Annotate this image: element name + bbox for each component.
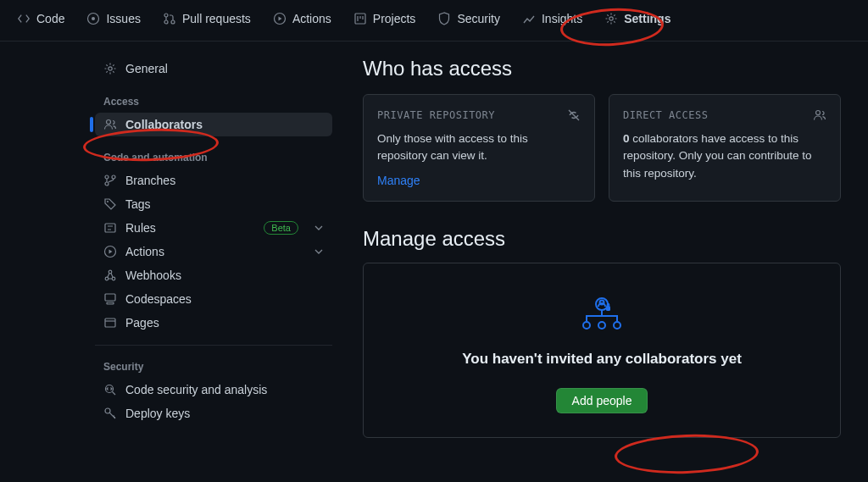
sidebar-item-deploy-keys[interactable]: Deploy keys bbox=[95, 402, 332, 425]
webhook-icon bbox=[103, 269, 117, 282]
svg-point-4 bbox=[171, 20, 175, 24]
box-title-text: DIRECT ACCESS bbox=[623, 109, 708, 121]
people-icon bbox=[813, 108, 826, 122]
manage-access-panel: You haven't invited any collaborators ye… bbox=[363, 263, 841, 438]
svg-rect-19 bbox=[105, 294, 115, 301]
svg-point-24 bbox=[816, 111, 821, 115]
collaboration-network-icon bbox=[578, 294, 626, 334]
svg-point-17 bbox=[112, 277, 115, 280]
play-icon bbox=[103, 245, 117, 258]
svg-point-18 bbox=[108, 270, 112, 274]
svg-rect-14 bbox=[105, 224, 115, 232]
sidebar-item-label: General bbox=[125, 62, 168, 75]
sidebar-item-label: Pages bbox=[125, 316, 159, 330]
sidebar-section-security: Security bbox=[103, 361, 332, 373]
codespaces-icon bbox=[103, 292, 117, 306]
sidebar-section-access: Access bbox=[103, 96, 332, 108]
box-body: Only those with access to this repositor… bbox=[377, 130, 581, 165]
svg-rect-20 bbox=[107, 302, 114, 304]
svg-point-3 bbox=[164, 20, 168, 24]
svg-rect-27 bbox=[606, 306, 610, 311]
tab-pull-requests[interactable]: Pull requests bbox=[154, 7, 259, 30]
svg-point-10 bbox=[105, 175, 108, 179]
svg-rect-21 bbox=[105, 319, 115, 327]
sidebar-item-label: Actions bbox=[125, 245, 164, 258]
svg-point-28 bbox=[583, 322, 590, 329]
code-scan-icon bbox=[103, 383, 117, 396]
sidebar-item-label: Tags bbox=[125, 197, 151, 211]
browser-icon bbox=[103, 316, 117, 330]
empty-state-message: You haven't invited any collaborators ye… bbox=[384, 351, 820, 368]
pull-request-icon bbox=[163, 12, 176, 25]
svg-point-23 bbox=[105, 408, 110, 413]
sidebar-item-collaborators[interactable]: Collaborators bbox=[95, 113, 332, 136]
play-icon bbox=[273, 12, 287, 25]
svg-point-30 bbox=[614, 322, 620, 329]
tab-insights[interactable]: Insights bbox=[514, 7, 591, 30]
key-icon bbox=[103, 407, 117, 420]
sidebar-item-label: Collaborators bbox=[125, 118, 203, 131]
sidebar-item-label: Rules bbox=[125, 221, 156, 235]
sidebar-item-pages[interactable]: Pages bbox=[95, 311, 332, 335]
svg-point-29 bbox=[598, 322, 605, 329]
sidebar-item-code-security[interactable]: Code security and analysis bbox=[95, 378, 332, 402]
svg-point-11 bbox=[105, 182, 108, 186]
chevron-down-icon bbox=[314, 247, 324, 257]
code-icon bbox=[17, 12, 31, 25]
beta-pill: Beta bbox=[264, 221, 298, 235]
add-people-button[interactable]: Add people bbox=[556, 388, 648, 413]
sidebar-item-branches[interactable]: Branches bbox=[95, 169, 332, 192]
repo-nav: Code Issues Pull requests Actions Projec… bbox=[0, 0, 868, 42]
sidebar-item-label: Webhooks bbox=[125, 269, 181, 282]
issue-icon bbox=[86, 12, 100, 25]
sidebar-item-tags[interactable]: Tags bbox=[95, 192, 332, 216]
sidebar-item-codespaces[interactable]: Codespaces bbox=[95, 287, 332, 311]
divider bbox=[95, 345, 332, 346]
gear-icon bbox=[604, 12, 618, 25]
tab-security-label: Security bbox=[457, 12, 500, 25]
svg-point-1 bbox=[92, 17, 95, 20]
main-content: Who has access PRIVATE REPOSITORY Only t… bbox=[339, 57, 868, 438]
collaborator-count: 0 bbox=[623, 132, 630, 145]
sidebar-item-webhooks[interactable]: Webhooks bbox=[95, 263, 332, 287]
sidebar-item-general[interactable]: General bbox=[95, 57, 332, 80]
tab-issues[interactable]: Issues bbox=[78, 7, 148, 30]
people-icon bbox=[103, 118, 117, 131]
svg-point-12 bbox=[112, 175, 115, 179]
tab-pr-label: Pull requests bbox=[182, 12, 251, 25]
sidebar-item-rules[interactable]: Rules Beta bbox=[95, 216, 332, 240]
svg-point-16 bbox=[105, 277, 108, 280]
box-body-rest: collaborators have access to this reposi… bbox=[623, 132, 812, 180]
page-title: Who has access bbox=[363, 57, 841, 80]
sidebar-item-label: Code security and analysis bbox=[125, 383, 267, 396]
sidebar-item-label: Deploy keys bbox=[125, 407, 190, 420]
svg-point-9 bbox=[107, 120, 111, 125]
tab-actions[interactable]: Actions bbox=[264, 7, 340, 30]
svg-point-2 bbox=[164, 14, 168, 17]
sidebar-section-code: Code and automation bbox=[103, 152, 332, 163]
tab-actions-label: Actions bbox=[292, 12, 331, 25]
tab-security[interactable]: Security bbox=[429, 7, 509, 30]
tab-issues-label: Issues bbox=[106, 12, 140, 25]
settings-sidebar: General Access Collaborators Code and au… bbox=[0, 57, 339, 438]
chevron-down-icon bbox=[314, 223, 324, 233]
svg-point-13 bbox=[107, 201, 108, 202]
tab-code[interactable]: Code bbox=[8, 7, 73, 30]
eye-closed-icon bbox=[567, 108, 581, 122]
tab-projects-label: Projects bbox=[373, 12, 416, 25]
tab-code-label: Code bbox=[36, 12, 64, 25]
project-icon bbox=[353, 12, 367, 25]
direct-access-box: DIRECT ACCESS 0 collaborators have acces… bbox=[609, 94, 841, 202]
sidebar-item-actions[interactable]: Actions bbox=[95, 240, 332, 263]
manage-link[interactable]: Manage bbox=[377, 174, 420, 187]
tab-settings[interactable]: Settings bbox=[596, 7, 679, 30]
svg-point-7 bbox=[609, 17, 613, 20]
box-body: 0 collaborators have access to this repo… bbox=[623, 130, 826, 182]
svg-point-8 bbox=[108, 67, 112, 70]
tab-projects[interactable]: Projects bbox=[345, 7, 425, 30]
gear-icon bbox=[103, 62, 117, 75]
branch-icon bbox=[103, 174, 117, 187]
tab-insights-label: Insights bbox=[542, 12, 582, 25]
manage-title: Manage access bbox=[363, 227, 841, 251]
sidebar-item-label: Branches bbox=[125, 174, 175, 187]
